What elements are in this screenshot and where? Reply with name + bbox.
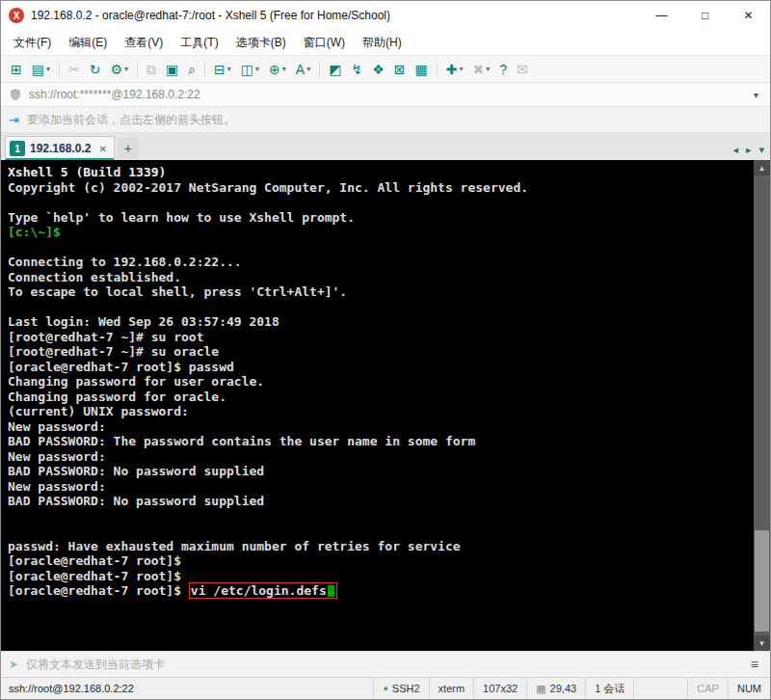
find-icon[interactable]: ⌕ xyxy=(184,61,199,78)
terminal-line: (current) UNIX password: xyxy=(8,404,754,419)
minimize-button[interactable]: — xyxy=(640,1,683,30)
tab-192-168-0-2[interactable]: 1 192.168.0.2 ✕ xyxy=(5,136,115,160)
terminal-line: New password: xyxy=(8,419,754,435)
terminal-line: passwd: Have exhausted maximum number of… xyxy=(8,539,754,554)
lock-screen-icon[interactable]: ⊠ xyxy=(390,61,410,78)
lock-icon: ● xyxy=(383,684,387,693)
scrollbar-thumb[interactable] xyxy=(755,530,769,632)
feedback-icon[interactable]: ✉ xyxy=(513,61,532,78)
send-arrow-icon: ➤ xyxy=(9,658,18,671)
new-tab-icon[interactable]: ✚▾ xyxy=(442,61,467,78)
disconnect-icon[interactable]: ✂ xyxy=(65,61,84,78)
terminal-line: To escape to local shell, press 'Ctrl+Al… xyxy=(8,284,754,300)
terminal-line: New password: xyxy=(8,449,754,465)
full-screen-icon[interactable]: ❖ xyxy=(368,61,388,78)
terminal-line xyxy=(8,240,754,256)
scroll-up-icon[interactable]: ▲ xyxy=(754,160,770,175)
terminal-line: Copyright (c) 2002-2017 NetSarang Comput… xyxy=(8,180,754,196)
tab-menu-icon[interactable]: ▾ xyxy=(755,140,768,160)
status-spacer xyxy=(633,678,687,699)
menu-bar: 文件(F)编辑(E)查看(V)工具(T)选项卡(B)窗口(W)帮助(H) xyxy=(1,30,770,56)
new-tab-button[interactable]: + xyxy=(118,138,139,159)
terminal-line: [oracle@redhat-7 root]$ vi /etc/login.de… xyxy=(8,583,754,599)
status-num-lock: NUM xyxy=(728,678,770,699)
menu-tools[interactable]: 工具(T) xyxy=(172,30,226,56)
paste-icon[interactable]: ▣ xyxy=(162,61,182,78)
tab-label: 192.168.0.2 xyxy=(30,142,91,155)
reconnect-icon[interactable]: ↻ xyxy=(86,61,105,78)
terminal-line: [oracle@redhat-7 root]$ xyxy=(8,569,754,584)
terminal-line: Connecting to 192.168.0.2:22... xyxy=(8,255,754,270)
terminal-line: [root@redhat-7 ~]# su oracle xyxy=(8,344,754,360)
terminal-line: BAD PASSWORD: No password supplied xyxy=(8,464,754,479)
scrollbar-track[interactable] xyxy=(754,175,770,635)
menu-help[interactable]: 帮助(H) xyxy=(354,30,411,56)
send-menu-icon[interactable]: ≡ xyxy=(747,657,762,672)
tile-windows-icon[interactable]: ◫▾ xyxy=(237,61,263,78)
toolbar-separator xyxy=(59,61,60,77)
session-properties-icon[interactable]: ⚙▾ xyxy=(106,61,132,78)
tab-close-icon[interactable]: ✕ xyxy=(98,144,106,154)
status-session-count: 1 会话 xyxy=(585,678,633,699)
open-sessions-icon[interactable]: ▤▾ xyxy=(28,61,54,78)
status-caps-lock: CAP xyxy=(687,678,728,699)
status-terminal-size: 107x32 xyxy=(473,678,526,699)
title-bar: X 192.168.0.2 - oracle@redhat-7:/root - … xyxy=(1,1,770,30)
status-protocol: ●SSH2 xyxy=(373,678,428,699)
address-bar[interactable]: ssh://root:*******@192.168.0.2:22 ▾ xyxy=(1,83,770,107)
new-session-icon[interactable]: ⊞ xyxy=(7,61,26,78)
dropdown-caret-icon: ▾ xyxy=(46,66,50,73)
tab-scroll-left-icon[interactable]: ◂ xyxy=(729,140,742,160)
terminal-line xyxy=(8,509,754,525)
menu-window[interactable]: 窗口(W) xyxy=(295,30,354,56)
font-icon[interactable]: A▾ xyxy=(292,61,314,78)
maximize-button[interactable]: □ xyxy=(683,1,727,30)
compose-pane-icon[interactable]: ▦ xyxy=(411,61,431,78)
terminal-line xyxy=(8,195,754,210)
window-title: 192.168.0.2 - oracle@redhat-7:/root - Xs… xyxy=(31,9,640,22)
quick-command-icon[interactable]: ↯ xyxy=(347,61,366,78)
menu-edit[interactable]: 编辑(E) xyxy=(60,30,116,56)
dropdown-caret-icon: ▾ xyxy=(255,66,259,73)
menu-tabs[interactable]: 选项卡(B) xyxy=(227,30,295,56)
terminal: Xshell 5 (Build 1339)Copyright (c) 2002-… xyxy=(1,160,770,651)
transparency-icon[interactable]: ◩ xyxy=(325,61,345,78)
terminal-line: Connection established. xyxy=(8,270,754,285)
xshell-logo-icon: X xyxy=(9,8,24,23)
dropdown-caret-icon: ▾ xyxy=(486,66,490,73)
status-cursor-position: ▦29,43 xyxy=(526,678,585,699)
tab-scroll-right-icon[interactable]: ▸ xyxy=(742,140,756,160)
terminal-line: [root@redhat-7 ~]# su root xyxy=(8,330,754,345)
shield-icon xyxy=(9,88,22,101)
terminal-scrollbar[interactable]: ▲ ▼ xyxy=(754,160,770,651)
send-text-label: 仅将文本发送到当前选项卡 xyxy=(26,657,747,673)
info-bar-text: 要添加当前会话，点击左侧的箭头按钮。 xyxy=(27,112,235,128)
info-bar: ⇥ 要添加当前会话，点击左侧的箭头按钮。 xyxy=(1,107,770,133)
terminal-line: BAD PASSWORD: The password contains the … xyxy=(8,434,754,449)
web-tools-icon[interactable]: ⊕▾ xyxy=(265,61,290,78)
help-icon[interactable]: ? xyxy=(495,61,511,78)
add-session-arrow-icon: ⇥ xyxy=(9,113,19,127)
window-controls: — □ ✕ xyxy=(640,1,770,30)
scroll-down-icon[interactable]: ▼ xyxy=(754,635,770,651)
terminal-line xyxy=(8,300,754,315)
address-dropdown-icon[interactable]: ▾ xyxy=(750,90,762,100)
print-icon[interactable]: ⊟▾ xyxy=(210,61,235,78)
terminal-output[interactable]: Xshell 5 (Build 1339)Copyright (c) 2002-… xyxy=(1,160,754,651)
copy-icon[interactable]: ⧉ xyxy=(143,61,160,78)
tab-bar: 1 192.168.0.2 ✕ + ◂ ▸ ▾ xyxy=(1,133,770,160)
toolbar-separator xyxy=(204,61,205,77)
toolbar-separator xyxy=(137,61,138,77)
menu-file[interactable]: 文件(F) xyxy=(5,30,60,56)
status-terminal-type: xterm xyxy=(429,678,474,699)
terminal-line: [oracle@redhat-7 root]$ xyxy=(8,553,754,569)
dropdown-caret-icon: ▾ xyxy=(306,66,310,73)
close-tab-icon[interactable]: ✖▾ xyxy=(468,61,493,78)
dropdown-caret-icon: ▾ xyxy=(227,66,231,73)
terminal-line: [c:\~]$ xyxy=(8,225,754,240)
address-url[interactable]: ssh://root:*******@192.168.0.2:22 xyxy=(29,88,750,101)
terminal-line xyxy=(8,524,754,539)
menu-view[interactable]: 查看(V) xyxy=(116,30,172,56)
close-button[interactable]: ✕ xyxy=(727,1,770,30)
dropdown-caret-icon: ▾ xyxy=(459,66,463,73)
